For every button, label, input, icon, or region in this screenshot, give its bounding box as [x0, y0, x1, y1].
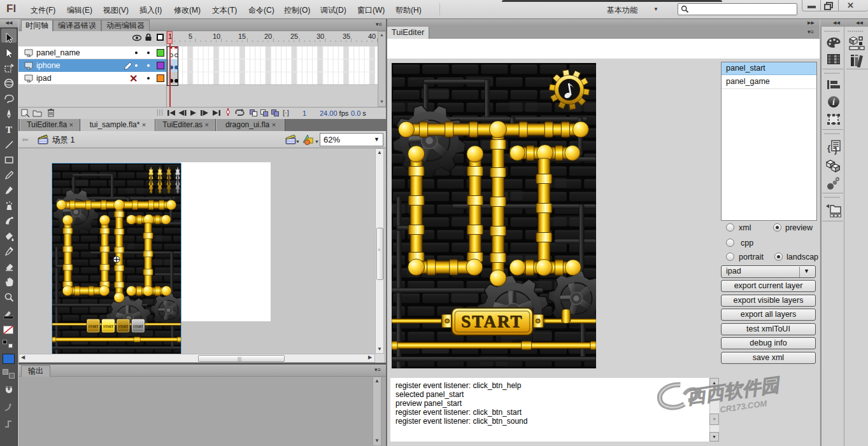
svg-text:START: START [103, 324, 113, 328]
svg-text:START: START [461, 312, 523, 331]
svg-text:T: T [6, 125, 12, 135]
svg-text:}: } [834, 145, 837, 155]
svg-text:START: START [118, 324, 128, 328]
svg-text:START: START [88, 324, 98, 328]
svg-text:START: START [133, 324, 143, 328]
svg-text:{: { [827, 143, 830, 153]
svg-text:i: i [832, 97, 835, 107]
